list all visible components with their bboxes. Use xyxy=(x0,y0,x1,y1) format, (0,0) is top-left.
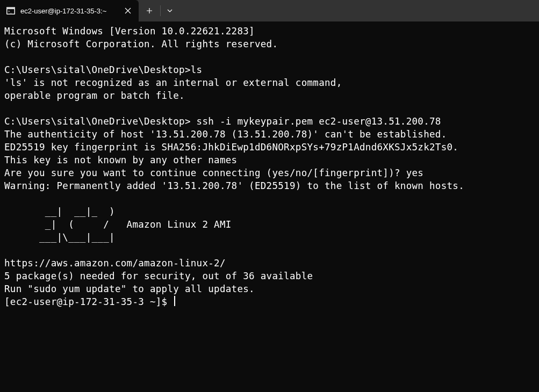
terminal-icon: >_ xyxy=(6,6,15,15)
shell-prompt: [ec2-user@ip-172-31-35-3 ~]$ xyxy=(4,296,173,307)
cursor xyxy=(174,296,175,306)
svg-text:>_: >_ xyxy=(8,9,12,13)
titlebar: >_ ec2-user@ip-172-31-35-3:~ xyxy=(0,0,539,21)
close-icon xyxy=(125,8,131,14)
tab-close-button[interactable] xyxy=(123,5,133,16)
tab-title: ec2-user@ip-172-31-35-3:~ xyxy=(20,7,106,15)
terminal-output[interactable]: Microsoft Windows [Version 10.0.22621.22… xyxy=(0,21,539,311)
svg-rect-1 xyxy=(6,7,15,9)
terminal-lines: Microsoft Windows [Version 10.0.22621.22… xyxy=(4,26,464,294)
new-tab-button[interactable] xyxy=(139,0,160,21)
terminal-tab[interactable]: >_ ec2-user@ip-172-31-35-3:~ xyxy=(0,0,139,21)
tab-dropdown-button[interactable] xyxy=(161,0,179,21)
titlebar-actions xyxy=(139,0,179,21)
plus-icon xyxy=(146,8,153,14)
chevron-down-icon xyxy=(167,8,173,14)
